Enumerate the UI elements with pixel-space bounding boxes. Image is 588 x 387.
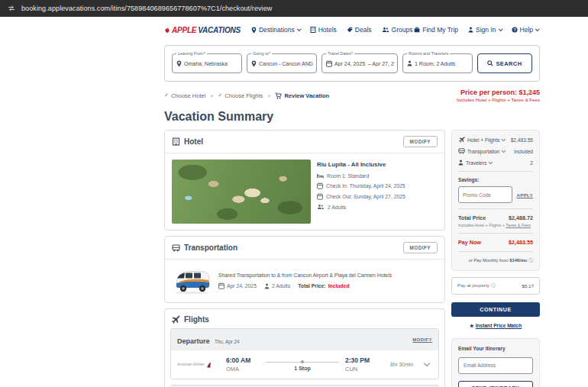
leaving-from-field[interactable]: Leaving From* bbox=[172, 53, 242, 73]
search-button-label: SEARCH bbox=[496, 60, 522, 67]
continue-button[interactable]: CONTINUE bbox=[451, 302, 540, 317]
transportation-card: Transportation MODIFY bbox=[164, 236, 445, 303]
star-icon: ★ bbox=[470, 323, 474, 328]
summary-label: Hotel + Flights bbox=[467, 137, 499, 143]
hotel-plane-icon bbox=[458, 137, 465, 143]
summary-row-hotel-flights[interactable]: Hotel + Flights $2,483.55 bbox=[458, 137, 533, 143]
chevron-down-icon bbox=[535, 27, 540, 31]
breadcrumb-label: Review Vacation bbox=[284, 92, 329, 99]
email-address-input[interactable] bbox=[458, 357, 533, 374]
breadcrumb-choose-hotel[interactable]: ✓ Choose Hotel bbox=[164, 92, 205, 99]
help-icon: ? bbox=[512, 27, 518, 33]
divider bbox=[458, 208, 533, 209]
nav-label: Sign In bbox=[476, 26, 496, 34]
total-price-value: $2,488.72 bbox=[509, 214, 533, 221]
summary-row-transportation[interactable]: Transportation Included bbox=[458, 148, 533, 154]
brand-word-vacations: VACATIONS bbox=[198, 26, 241, 34]
occupancy-row: 2 Adults bbox=[317, 204, 405, 210]
location-pin-icon bbox=[251, 27, 257, 34]
going-to-input[interactable] bbox=[259, 61, 313, 66]
chevron-down-icon bbox=[502, 149, 506, 153]
email-itinerary-card: Email Your Itinerary SEND ITINERARY bbox=[451, 338, 540, 387]
tag-icon bbox=[347, 27, 353, 33]
modify-hotel-button[interactable]: MODIFY bbox=[403, 136, 438, 147]
nav-item-sign-in[interactable]: Sign In bbox=[468, 26, 501, 34]
arrive-time: 2:30 PM bbox=[345, 356, 379, 364]
divider bbox=[458, 251, 533, 252]
segment-type-label: Departure bbox=[177, 337, 210, 345]
send-itinerary-button[interactable]: SEND ITINERARY bbox=[458, 381, 533, 387]
price-per-person-value: Price per person: $1,245 bbox=[457, 89, 540, 96]
airline-name: American Airlines bbox=[177, 363, 205, 366]
email-itinerary-title: Email Your Itinerary bbox=[458, 346, 533, 351]
pay-at-property-label: Pay at property bbox=[457, 282, 489, 288]
promo-code-input[interactable] bbox=[458, 186, 512, 203]
nav-item-help[interactable]: ? Help bbox=[512, 26, 538, 34]
nav-label: Destinations bbox=[259, 26, 295, 34]
american-airlines-logo: American Airlines bbox=[177, 362, 220, 368]
price-per-person: Price per person: $1,245 Includes Hotel … bbox=[457, 89, 540, 102]
breadcrumb-separator: > bbox=[267, 93, 270, 98]
chevron-down-icon[interactable] bbox=[424, 360, 430, 366]
rooms-travelers-input[interactable] bbox=[415, 61, 469, 66]
brand-logo[interactable]: APPLE VACATIONS bbox=[164, 26, 241, 34]
pay-now-value: $2,483.55 bbox=[509, 239, 533, 246]
modify-transportation-button[interactable]: MODIFY bbox=[403, 242, 438, 253]
field-label: Rooms and Travelers bbox=[407, 51, 450, 56]
transportation-price-value: Included bbox=[328, 283, 350, 289]
url-text[interactable]: booking.applevacations.com/itins/7589840… bbox=[21, 5, 272, 12]
search-button[interactable]: SEARCH bbox=[477, 53, 532, 73]
hotel-photo bbox=[172, 160, 311, 224]
check-icon: ✓ bbox=[218, 92, 222, 98]
info-icon[interactable]: ⓘ bbox=[491, 283, 496, 288]
search-panel: Leaving From* Going to* Travel Dates* Ro… bbox=[164, 45, 540, 82]
summary-value: $2,483.55 bbox=[511, 137, 533, 143]
modify-departure-link[interactable]: MODIFY bbox=[412, 337, 432, 342]
chevron-down-icon bbox=[502, 137, 506, 141]
price-per-person-note: Includes Hotel + Flights + Taxes & Fees bbox=[457, 97, 540, 102]
nav-item-find-my-trip[interactable]: Find My Trip bbox=[414, 26, 458, 34]
total-price-note: Includes Hotel + Flights + Taxes & Fees bbox=[458, 223, 533, 227]
check-in-label: Check In: Thursday, April 24, 2025 bbox=[326, 183, 405, 189]
instant-price-match-link[interactable]: Instant Price Match bbox=[476, 323, 522, 328]
hotel-icon bbox=[172, 137, 180, 146]
top-navigation: APPLE VACATIONS Destinations Hotels Deal… bbox=[0, 17, 588, 43]
browser-url-bar[interactable]: booking.applevacations.com/itins/7589840… bbox=[0, 0, 588, 17]
bus-icon bbox=[172, 244, 180, 252]
nav-item-destinations[interactable]: Destinations bbox=[251, 26, 300, 34]
people-icon bbox=[317, 204, 325, 210]
hotel-icon bbox=[310, 27, 316, 33]
apply-promo-link[interactable]: APPLY bbox=[516, 192, 533, 198]
departure-flight-row[interactable]: American Airlines 6:00 AM OMA 1 Stop bbox=[171, 350, 438, 379]
taxes-fees-link[interactable]: Taxes & Fees bbox=[506, 223, 531, 227]
going-to-field[interactable]: Going to* bbox=[247, 53, 317, 73]
divider bbox=[458, 171, 533, 172]
rooms-travelers-field[interactable]: Rooms and Travelers bbox=[402, 53, 473, 73]
room-row: Room 1: Standard bbox=[317, 173, 405, 179]
depart-time: 6:00 AM bbox=[226, 356, 260, 364]
departure-header: Departure Thu, Apr 24 MODIFY bbox=[171, 329, 438, 350]
person-icon bbox=[264, 283, 270, 289]
summary-row-travelers[interactable]: Travelers 2 bbox=[458, 160, 533, 166]
breadcrumb-review-vacation[interactable]: Review Vacation bbox=[275, 92, 329, 99]
nav-item-deals[interactable]: Deals bbox=[347, 26, 372, 34]
transportation-travelers-label: 2 Adults bbox=[272, 283, 290, 289]
pay-now-label: Pay Now bbox=[458, 239, 481, 246]
nav-item-groups[interactable]: Groups bbox=[382, 26, 413, 34]
transportation-description: Shared Transportation to & from Cancun A… bbox=[218, 273, 392, 278]
brand-word-apple: APPLE bbox=[172, 26, 196, 34]
person-icon bbox=[407, 60, 412, 66]
calendar-icon bbox=[317, 182, 323, 189]
nav-item-hotels[interactable]: Hotels bbox=[310, 26, 337, 34]
travel-dates-field[interactable]: Travel Dates* bbox=[321, 53, 398, 73]
arrive-airport-code: CUN bbox=[345, 366, 379, 372]
travel-dates-input[interactable] bbox=[334, 61, 394, 66]
info-icon[interactable]: ⓘ bbox=[528, 258, 533, 263]
breadcrumb-choose-flights[interactable]: ✓ Choose Flights bbox=[218, 92, 263, 99]
primary-nav: Destinations Hotels Deals Groups bbox=[251, 26, 414, 34]
hotel-card: Hotel MODIFY Riu Lupita - All Inclusive … bbox=[164, 130, 445, 231]
nav-label: Help bbox=[520, 26, 533, 34]
secondary-nav: Find My Trip Sign In ? Help bbox=[414, 26, 538, 34]
transportation-date-label: Apr 24, 2025 bbox=[227, 283, 257, 289]
leaving-from-input[interactable] bbox=[184, 61, 238, 66]
